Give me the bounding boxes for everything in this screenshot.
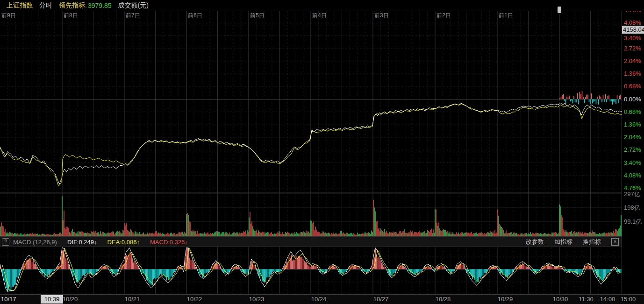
time-axis: 10/17 10:39 10/20 10/21 10/22 10/23 10/2… xyxy=(0,294,644,304)
trading-app: 上证指数 分时 领先指标: 3979.85 成交额(元) 前9日 前8日 前7日… xyxy=(0,0,644,304)
scroll-thumb[interactable] xyxy=(558,7,561,13)
axis-pct-label: 2.72% xyxy=(624,146,641,153)
macd-macd-value: MACD:0.325↓ xyxy=(150,239,188,246)
day-label-5: 前5日 xyxy=(250,12,265,19)
date-label: 10/27 xyxy=(372,296,390,303)
day-label-2: 前2日 xyxy=(436,12,451,19)
current-price-tag: 4158.04 xyxy=(622,26,644,34)
date-label: 10/23 xyxy=(247,296,266,303)
switch-indicator-button[interactable]: 换指标 xyxy=(583,238,601,246)
close-icon[interactable]: × xyxy=(611,238,619,246)
day-label-7: 前7日 xyxy=(126,12,140,19)
add-indicator-button[interactable]: 加指标 xyxy=(554,238,572,246)
axis-pct-label: 4.08% xyxy=(624,172,641,179)
period-tab-minute[interactable]: 分时 xyxy=(39,1,52,10)
change-params-button[interactable]: 改参数 xyxy=(526,238,544,246)
axis-pct-label: 0.68% xyxy=(624,108,641,115)
axis-pct-label: 1.36% xyxy=(624,70,641,77)
axis-pct-label: 4.08% xyxy=(624,19,641,26)
axis-pct-label: 3.40% xyxy=(624,159,641,166)
day-label-1: 前1日 xyxy=(499,12,513,19)
axis-zero-label: 0.00% xyxy=(624,96,641,103)
axis-pct-label: 0.68% xyxy=(624,83,641,90)
leading-indicator-value: 3979.85 xyxy=(88,2,112,9)
session-time-label: 11:30 xyxy=(578,296,594,303)
day-label-9: 前9日 xyxy=(1,12,16,19)
date-label: 10/21 xyxy=(123,296,142,303)
axis-pct-label: 1.36% xyxy=(624,121,641,128)
axis-pct-label: 2.04% xyxy=(624,57,641,64)
right-axis: 4.76% 4.08% 4158.04 3.40% 2.72% 2.04% 1.… xyxy=(622,11,644,294)
date-label: 10/24 xyxy=(309,296,328,303)
date-label: 10/28 xyxy=(434,296,452,303)
date-label: 10/17 xyxy=(1,296,16,303)
day-label-3: 前3日 xyxy=(374,12,389,19)
axis-pct-label: 3.40% xyxy=(624,35,641,42)
title-bar: 上证指数 分时 领先指标: 3979.85 成交额(元) xyxy=(0,0,644,11)
date-label: 10/20 xyxy=(61,296,79,303)
axis-volume-label: 198亿 xyxy=(624,204,640,211)
help-icon[interactable]: ? xyxy=(2,238,9,246)
session-time-label: 14:00 xyxy=(599,296,616,303)
cursor-time-chip: 10:39 xyxy=(41,295,63,304)
day-label-6: 前6日 xyxy=(188,12,202,19)
day-label-4: 前4日 xyxy=(312,12,327,19)
axis-volume-label: 99.1亿 xyxy=(624,218,642,225)
chart-canvas[interactable] xyxy=(0,0,644,304)
axis-pct-label: 2.72% xyxy=(624,45,641,52)
macd-dea-value: DEA:0.086↑ xyxy=(107,239,140,246)
macd-indicator-name[interactable]: MACD (12,26,9) xyxy=(13,239,57,246)
macd-toolbar: ? MACD (12,26,9) DIF:0.249↓ DEA:0.086↑ M… xyxy=(0,237,622,247)
turnover-unit-label: 成交额(元) xyxy=(118,1,149,10)
session-time-label: 15:00 xyxy=(620,296,637,303)
axis-pct-label: 2.04% xyxy=(624,134,641,141)
axis-volume-label: 297亿 xyxy=(624,191,640,198)
date-label: 10/22 xyxy=(185,296,204,303)
leading-indicator-label: 领先指标: xyxy=(59,1,87,10)
date-label: 10/29 xyxy=(496,296,515,303)
day-label-8: 前8日 xyxy=(64,12,78,19)
macd-dif-value: DIF:0.249↓ xyxy=(67,239,97,246)
date-label: 10/30 xyxy=(552,296,569,303)
index-name[interactable]: 上证指数 xyxy=(7,1,33,10)
